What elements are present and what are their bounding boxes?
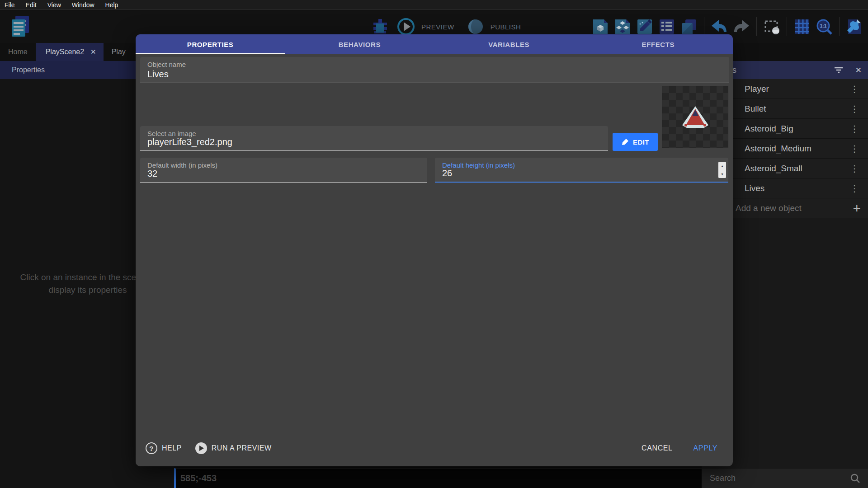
menu-window[interactable]: Window	[72, 1, 94, 9]
object-name-label: Asteroid_Big	[745, 124, 793, 134]
active-tab-indicator	[136, 53, 285, 54]
gdevelop-app: File Edit View Window Help	[0, 0, 868, 488]
selection-marquee-icon[interactable]	[763, 18, 781, 36]
select-image-field[interactable]: Select an image playerLife3_red2.png	[140, 126, 608, 151]
tab-playscene-events[interactable]: Play	[104, 43, 134, 61]
preview-play-icon[interactable]	[396, 17, 416, 37]
setup-grid-wrench-icon[interactable]	[845, 18, 863, 36]
tab-home[interactable]: Home	[0, 43, 36, 61]
zoom-1-1-icon[interactable]: 1:1	[815, 18, 833, 36]
dialog-actions-bar: ? HELP RUN A PREVIEW CANCEL APPLY	[136, 439, 733, 457]
object-editor-dialog: PROPERTIES BEHAVIORS VARIABLES EFFECTS O…	[136, 34, 733, 466]
tab-effects[interactable]: EFFECTS	[584, 34, 733, 54]
edit-scene-pencil-icon[interactable]	[636, 18, 654, 36]
toolbar-separator	[756, 17, 757, 36]
object-name-field-value: Lives	[147, 69, 169, 80]
kebab-menu-icon[interactable]: ⋮	[850, 163, 859, 174]
help-button[interactable]: ? HELP	[146, 442, 182, 454]
run-preview-label: RUN A PREVIEW	[212, 444, 272, 452]
object-name-label: Player	[745, 84, 769, 94]
undo-icon[interactable]	[710, 18, 728, 36]
cursor-coordinates: 585;-453	[180, 473, 217, 483]
dialog-tab-bar: PROPERTIES BEHAVIORS VARIABLES EFFECTS	[136, 34, 733, 54]
svg-text:1:1: 1:1	[820, 23, 827, 28]
close-panel-icon[interactable]: ✕	[855, 66, 862, 75]
select-image-label: Select an image	[147, 130, 196, 137]
toolbar-separator	[839, 17, 840, 36]
kebab-menu-icon[interactable]: ⋮	[850, 123, 859, 134]
default-width-field[interactable]: Default width (in pixels) 32	[140, 158, 427, 183]
brush-icon	[621, 138, 629, 146]
properties-list-icon[interactable]	[658, 18, 676, 36]
publish-globe-icon[interactable]	[466, 17, 485, 36]
apply-button[interactable]: APPLY	[693, 444, 717, 452]
grid-icon[interactable]	[793, 18, 811, 36]
project-manager-icon[interactable]	[8, 13, 32, 38]
default-height-label: Default height (in pixels)	[442, 161, 515, 169]
default-height-field[interactable]: Default height (in pixels) 26 ▴ ▾	[435, 158, 728, 183]
menu-file[interactable]: File	[5, 1, 15, 9]
help-button-label: HELP	[162, 444, 182, 452]
menu-edit[interactable]: Edit	[26, 1, 37, 9]
object-name-field-label: Object name	[147, 61, 186, 68]
object-name-field[interactable]: Object name Lives	[140, 57, 729, 83]
cancel-button[interactable]: CANCEL	[642, 444, 673, 452]
tab-home-label: Home	[8, 48, 28, 56]
menu-bar: File Edit View Window Help	[0, 0, 868, 10]
toolbar-separator	[704, 17, 704, 36]
tab-behaviors[interactable]: BEHAVIORS	[285, 34, 434, 54]
number-spinner: ▴ ▾	[718, 162, 726, 178]
default-width-value: 32	[147, 169, 157, 179]
spinner-down-icon[interactable]: ▾	[718, 170, 726, 178]
preview-label[interactable]: PREVIEW	[421, 23, 454, 31]
tab-playscene2[interactable]: PlayScene2 ✕	[36, 43, 104, 61]
kebab-menu-icon[interactable]: ⋮	[850, 183, 859, 194]
tab-playscene2-label: PlayScene2	[46, 48, 84, 56]
tab-variables[interactable]: VARIABLES	[434, 34, 584, 54]
spinner-up-icon[interactable]: ▴	[718, 162, 726, 170]
object-name-label: Bullet	[745, 104, 766, 114]
default-width-label: Default width (in pixels)	[147, 161, 217, 169]
toolbar-separator	[787, 17, 787, 36]
default-height-value: 26	[442, 168, 452, 178]
select-image-value: playerLife3_red2.png	[147, 137, 232, 147]
help-icon: ?	[146, 442, 157, 454]
search-icon	[850, 473, 861, 484]
add-object-label: Add a new object	[736, 203, 802, 213]
object-name-label: Asteroid_Medium	[745, 144, 811, 154]
properties-panel-title: Properties	[12, 66, 45, 74]
tab-close-icon[interactable]: ✕	[90, 48, 96, 56]
play-icon	[195, 442, 207, 454]
filter-icon[interactable]	[834, 66, 844, 74]
object-name-label: Asteroid_Small	[745, 164, 802, 174]
instances-list-icon[interactable]	[613, 18, 632, 36]
publish-label[interactable]: PUBLISH	[491, 23, 521, 31]
layers-icon[interactable]	[680, 18, 698, 36]
scene-status-bar: 585;-453	[174, 468, 702, 488]
kebab-menu-icon[interactable]: ⋮	[850, 103, 859, 114]
plus-icon[interactable]: +	[853, 202, 861, 215]
kebab-menu-icon[interactable]: ⋮	[850, 84, 859, 94]
objects-search-bar[interactable]: Search	[702, 468, 868, 488]
run-a-preview-button[interactable]: RUN A PREVIEW	[195, 442, 272, 454]
edit-image-button[interactable]: EDIT	[613, 133, 658, 151]
edit-button-label: EDIT	[633, 138, 649, 146]
ship-sprite	[680, 105, 710, 129]
tab-partial-label: Play	[112, 48, 126, 56]
menu-help[interactable]: Help	[105, 1, 118, 9]
add-object-icon[interactable]	[591, 18, 609, 36]
sprite-preview[interactable]	[662, 86, 728, 148]
menu-view[interactable]: View	[47, 1, 61, 9]
redo-icon[interactable]	[732, 18, 750, 36]
object-name-label: Lives	[745, 183, 764, 193]
kebab-menu-icon[interactable]: ⋮	[850, 143, 859, 154]
tab-properties[interactable]: PROPERTIES	[136, 34, 285, 54]
search-input[interactable]: Search	[710, 474, 850, 483]
